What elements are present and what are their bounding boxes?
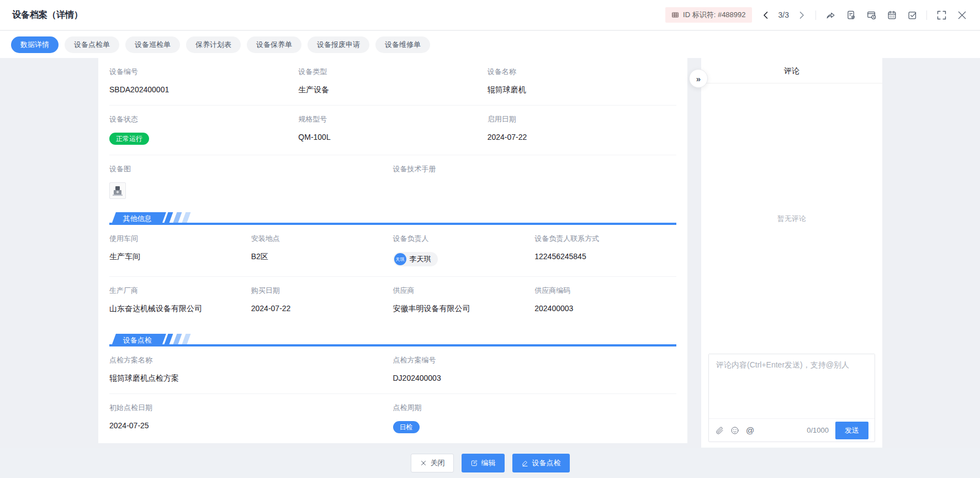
edit-icon bbox=[470, 459, 478, 467]
comments-empty-text: 暂无评论 bbox=[701, 214, 882, 224]
field-row: 使用车间 生产车间 安装地点 B2区 设备负责人 天琪 李天琪 设备负责人联系方… bbox=[109, 225, 676, 277]
tab-inspection-sheet[interactable]: 设备点检单 bbox=[65, 36, 119, 53]
section-tag: 设备点检 bbox=[112, 334, 166, 344]
section-stripe bbox=[182, 212, 191, 223]
modal-header: 设备档案（详情） ID 标识符: #488992 3/3 bbox=[0, 0, 980, 30]
document-approve-icon[interactable] bbox=[845, 9, 857, 21]
field-value: SBDA202400001 bbox=[109, 85, 298, 94]
field-label: 供应商编码 bbox=[534, 286, 676, 296]
section-header-other-info: 其他信息 bbox=[109, 212, 676, 225]
section-stripe bbox=[173, 212, 182, 223]
field-label: 设备状态 bbox=[109, 114, 298, 124]
field-row: 设备编号 SBDA202400001 设备类型 生产设备 设备名称 辊筒球磨机 bbox=[109, 58, 676, 106]
char-counter: 0/1000 bbox=[807, 426, 829, 434]
emoji-icon[interactable] bbox=[730, 426, 739, 435]
button-label: 关闭 bbox=[431, 458, 445, 468]
field-manufacturer: 生产厂商 山东奋达机械设备有限公司 bbox=[109, 286, 251, 314]
field-inspection-cycle: 点检周期 日检 bbox=[393, 403, 677, 433]
field-value: 2024-07-25 bbox=[109, 421, 393, 430]
field-purchase-date: 购买日期 2024-07-22 bbox=[251, 286, 393, 314]
tab-maintenance-plan[interactable]: 保养计划表 bbox=[186, 36, 241, 53]
fullscreen-icon[interactable] bbox=[935, 9, 947, 21]
prev-record-icon[interactable] bbox=[760, 9, 772, 21]
footer-action-bar: 关闭 编辑 设备点检 bbox=[0, 448, 980, 478]
cycle-badge: 日检 bbox=[393, 421, 420, 433]
close-icon[interactable] bbox=[956, 9, 968, 21]
tab-repair-sheet[interactable]: 设备维修单 bbox=[375, 36, 430, 53]
device-inspect-button[interactable]: 设备点检 bbox=[512, 454, 570, 472]
field-label: 初始点检日期 bbox=[109, 403, 393, 413]
field-label: 设备类型 bbox=[298, 67, 487, 77]
field-manager-contact: 设备负责人联系方式 122456245845 bbox=[534, 234, 676, 266]
device-image-thumbnail[interactable] bbox=[109, 182, 126, 199]
field-enable-date: 启用日期 2024-07-22 bbox=[488, 114, 676, 145]
share-icon[interactable] bbox=[824, 9, 836, 21]
id-badge-label: ID 标识符: #488992 bbox=[683, 10, 745, 20]
field-value: DJ202400003 bbox=[393, 374, 677, 382]
button-label: 编辑 bbox=[481, 458, 496, 468]
attachment-icon[interactable] bbox=[715, 426, 724, 435]
field-inspection-plan-code: 点检方案编号 DJ202400003 bbox=[393, 355, 677, 384]
mention-icon[interactable]: @ bbox=[746, 426, 754, 434]
tab-data-detail[interactable]: 数据详情 bbox=[11, 36, 59, 53]
field-label: 设备名称 bbox=[488, 67, 676, 77]
edit-button[interactable]: 编辑 bbox=[462, 454, 505, 472]
field-device-manager: 设备负责人 天琪 李天琪 bbox=[393, 234, 535, 266]
field-value: B2区 bbox=[251, 252, 393, 262]
field-label: 设备编号 bbox=[109, 67, 298, 77]
field-label: 安装地点 bbox=[251, 234, 393, 244]
section-stripe bbox=[165, 212, 173, 223]
field-value: 生产设备 bbox=[298, 85, 487, 95]
next-record-icon[interactable] bbox=[795, 9, 807, 21]
user-name: 李天琪 bbox=[410, 254, 431, 264]
field-supplier-code: 供应商编码 202400003 bbox=[534, 286, 676, 314]
page-indicator: 3/3 bbox=[778, 10, 789, 19]
todo-check-icon[interactable] bbox=[906, 9, 918, 21]
page-title: 设备档案（详情） bbox=[12, 9, 83, 21]
field-label: 点检方案名称 bbox=[109, 355, 393, 365]
field-value: QM-100L bbox=[298, 133, 487, 141]
detail-card: 设备编号 SBDA202400001 设备类型 生产设备 设备名称 辊筒球磨机 … bbox=[98, 58, 687, 443]
tab-patrol-sheet[interactable]: 设备巡检单 bbox=[125, 36, 180, 53]
divider bbox=[815, 10, 816, 20]
calendar-icon[interactable] bbox=[886, 9, 898, 21]
field-value: 山东奋达机械设备有限公司 bbox=[109, 304, 251, 314]
comment-input-box: @ 0/1000 发送 bbox=[708, 354, 875, 442]
field-supplier: 供应商 安徽丰明设备有限公司 bbox=[393, 286, 535, 314]
field-row: 设备状态 正常运行 规格型号 QM-100L 启用日期 2024-07-22 bbox=[109, 106, 676, 155]
field-value: 2024-07-22 bbox=[251, 304, 393, 313]
tab-maintenance-sheet[interactable]: 设备保养单 bbox=[247, 36, 301, 53]
field-label: 启用日期 bbox=[488, 114, 676, 124]
field-value: 安徽丰明设备有限公司 bbox=[393, 304, 535, 314]
section-tag: 其他信息 bbox=[112, 212, 166, 223]
tab-scrap-apply[interactable]: 设备报废申请 bbox=[308, 36, 369, 53]
field-value: 202400003 bbox=[534, 304, 676, 313]
field-value: 生产车间 bbox=[109, 252, 251, 262]
close-button[interactable]: 关闭 bbox=[411, 454, 454, 472]
send-comment-button[interactable]: 发送 bbox=[835, 422, 868, 439]
field-device-type: 设备类型 生产设备 bbox=[298, 67, 487, 95]
collapse-comments-button[interactable]: » bbox=[689, 69, 708, 88]
field-device-code: 设备编号 SBDA202400001 bbox=[109, 67, 298, 95]
button-label: 设备点检 bbox=[532, 458, 561, 468]
table-grid-icon bbox=[671, 11, 679, 19]
field-label: 供应商 bbox=[393, 286, 535, 296]
field-value: 辊筒球磨机点检方案 bbox=[109, 374, 393, 384]
close-x-icon bbox=[420, 459, 427, 467]
field-label: 规格型号 bbox=[298, 114, 487, 124]
field-device-name: 设备名称 辊筒球磨机 bbox=[488, 67, 676, 95]
field-inspection-plan-name: 点检方案名称 辊筒球磨机点检方案 bbox=[109, 355, 393, 384]
field-initial-inspection-date: 初始点检日期 2024-07-25 bbox=[109, 403, 393, 433]
field-row: 设备图 设备技术手册 bbox=[109, 155, 676, 202]
field-device-image: 设备图 bbox=[109, 164, 393, 199]
record-history-icon[interactable] bbox=[865, 9, 877, 21]
section-stripe bbox=[173, 334, 182, 344]
comment-toolbar: @ 0/1000 发送 bbox=[709, 418, 875, 442]
field-value: 122456245845 bbox=[534, 252, 676, 261]
field-row: 初始点检日期 2024-07-25 点检周期 日检 bbox=[109, 394, 676, 443]
comment-textarea[interactable] bbox=[709, 354, 875, 418]
record-pager: 3/3 bbox=[760, 9, 807, 21]
field-label: 设备技术手册 bbox=[393, 164, 677, 174]
field-use-workshop: 使用车间 生产车间 bbox=[109, 234, 251, 266]
field-value: 2024-07-22 bbox=[488, 133, 676, 141]
